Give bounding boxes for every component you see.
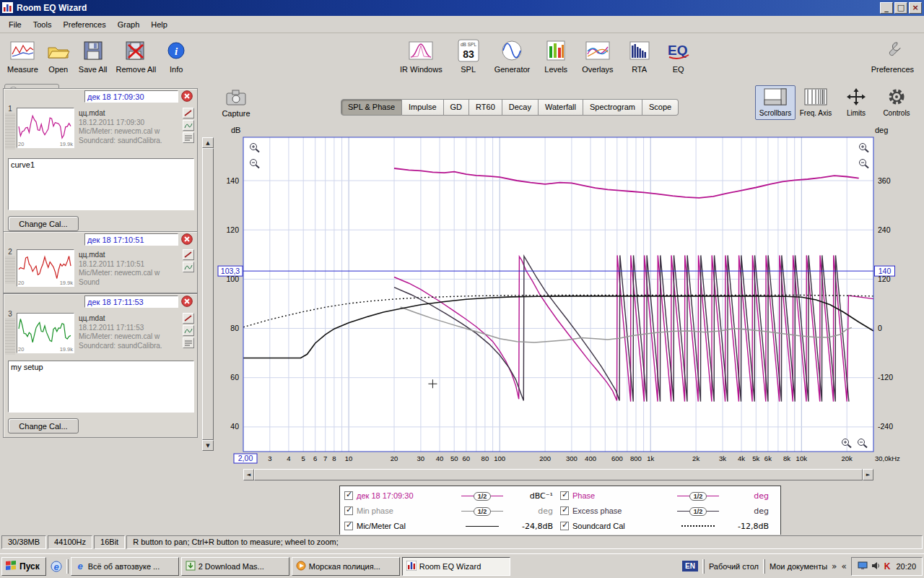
measurement-1-close-button[interactable]	[181, 90, 193, 103]
task-button-2[interactable]: 2 Download Mas...	[181, 557, 289, 576]
trace-curve-icon[interactable]	[183, 325, 194, 336]
save-all-button[interactable]: Save All	[74, 36, 112, 75]
tab-rt60[interactable]: RT60	[469, 99, 502, 116]
horizontal-scroll-thumb[interactable]	[254, 469, 863, 480]
rta-button[interactable]: RTA	[624, 36, 655, 75]
menu-help[interactable]: Help	[145, 18, 173, 31]
minimize-button[interactable]: _	[880, 2, 893, 14]
measurement-card-1[interactable]: 1 20 19.9k цц.mdat 18.12.2011 17:09:30 M…	[3, 88, 198, 236]
smoothing-control-excess-phase[interactable]: 1/2	[676, 506, 720, 515]
measurement-1-change-cal-button[interactable]: Change Cal...	[8, 216, 79, 231]
remove-all-button[interactable]: Remove All	[112, 36, 161, 75]
scrollbars-button[interactable]: Scrollbars	[755, 85, 796, 120]
measurement-1-notes[interactable]: curve1	[8, 158, 194, 210]
legend-checkbox-min-phase[interactable]	[344, 506, 353, 515]
measurement-3-thumbnail[interactable]: 20 19.9k	[17, 313, 74, 353]
task-button-3[interactable]: Морская полиция...	[292, 557, 400, 576]
volume-tray-icon[interactable]	[871, 561, 881, 571]
toolbar-grip[interactable]	[763, 559, 765, 574]
controls-button[interactable]: Controls	[876, 85, 917, 120]
spl-phase-chart[interactable]: 103,31404060801001201403602401200-120-24…	[214, 136, 912, 468]
zoom-in-icon[interactable]	[840, 437, 853, 449]
legend-checkbox-mic-cal[interactable]	[344, 522, 353, 530]
open-button[interactable]: Open	[43, 36, 74, 75]
menu-graph[interactable]: Graph	[112, 18, 146, 31]
smoothing-control-measurement[interactable]: 1/2	[460, 491, 505, 500]
measurement-1-date-field[interactable]	[84, 90, 178, 103]
legend-checkbox-excess-phase[interactable]	[560, 506, 569, 515]
trace-notes-icon[interactable]	[183, 337, 194, 348]
task-button-1[interactable]: e Всё об автозвуке ...	[71, 557, 179, 576]
menu-tools[interactable]: Tools	[27, 18, 58, 31]
generator-button[interactable]: Generator	[490, 36, 535, 75]
measurement-2-date-field[interactable]	[84, 233, 178, 246]
scroll-up-arrow[interactable]	[202, 137, 214, 148]
graph-vertical-scrollbar[interactable]	[202, 137, 214, 451]
tab-waterfall[interactable]: Waterfall	[539, 99, 583, 116]
start-button[interactable]: Пуск	[1, 557, 46, 576]
zoom-in-icon[interactable]	[858, 142, 871, 153]
legend-checkbox-measurement[interactable]	[344, 491, 353, 500]
overlays-button[interactable]: Overlays	[578, 36, 617, 75]
toolbar-grip[interactable]	[702, 559, 705, 574]
tab-scope[interactable]: Scope	[642, 99, 679, 116]
levels-button[interactable]: Levels	[540, 36, 572, 75]
close-button[interactable]: ×	[909, 2, 922, 14]
measure-button[interactable]: Measure	[3, 36, 43, 75]
measurement-2-close-button[interactable]	[181, 233, 193, 246]
measurement-3-notes[interactable]: my setup	[8, 361, 194, 413]
trace-curve-icon[interactable]	[183, 120, 194, 131]
tab-impulse[interactable]: Impulse	[402, 99, 444, 116]
tab-decay[interactable]: Decay	[502, 99, 539, 116]
language-indicator[interactable]: EN	[682, 561, 698, 571]
graph-horizontal-scrollbar[interactable]	[243, 469, 873, 480]
trace-edit-icon[interactable]	[183, 313, 194, 324]
measurement-3-change-cal-button[interactable]: Change Cal...	[8, 418, 79, 434]
ir-windows-button[interactable]: IR Windows	[396, 36, 447, 75]
freq-axis-button[interactable]: Freq. Axis	[796, 85, 836, 120]
quicklaunch-icon[interactable]: e	[48, 558, 64, 575]
limits-button[interactable]: Limits	[836, 85, 876, 120]
scroll-down-arrow[interactable]	[202, 440, 214, 451]
taskbar-clock[interactable]: 20:20	[896, 562, 916, 571]
capture-button[interactable]: Capture	[219, 90, 253, 118]
menu-file[interactable]: File	[3, 18, 27, 31]
display-tray-icon[interactable]	[858, 561, 868, 571]
measurement-1-thumbnail[interactable]: 20 19.9k	[17, 108, 74, 148]
legend-checkbox-phase[interactable]	[560, 491, 569, 500]
zoom-out-icon[interactable]	[858, 158, 871, 169]
legend-checkbox-soundcard-cal[interactable]	[560, 522, 569, 530]
tab-gd[interactable]: GD	[444, 99, 470, 116]
info-button[interactable]: i Info	[160, 36, 192, 75]
eq-button[interactable]: EQ EQ	[661, 36, 696, 75]
smoothing-control-min-phase[interactable]: 1/2	[460, 506, 505, 515]
scroll-right-arrow[interactable]	[863, 469, 873, 480]
trace-notes-icon[interactable]	[183, 132, 194, 143]
trace-edit-icon[interactable]	[183, 108, 194, 118]
zoom-out-icon[interactable]	[248, 158, 261, 169]
trace-curve-icon[interactable]	[183, 262, 194, 272]
chevron-left-icon[interactable]: «	[841, 561, 846, 571]
task-button-rew[interactable]: Room EQ Wizard	[402, 557, 510, 576]
zoom-in-icon[interactable]	[248, 142, 261, 153]
measurement-2-thumbnail[interactable]: 20 19.9k	[17, 249, 74, 287]
desktop-toolbar[interactable]: Рабочий стол	[709, 562, 759, 571]
menu-preferences[interactable]: Preferences	[57, 18, 111, 31]
tab-spectrogram[interactable]: Spectrogram	[583, 99, 642, 116]
spl-meter-button[interactable]: dB SPL83 SPL	[453, 36, 484, 75]
antivirus-tray-icon[interactable]: K	[884, 561, 891, 571]
measurement-3-date-field[interactable]	[84, 296, 178, 308]
preferences-button[interactable]: Preferences	[867, 36, 918, 75]
chevron-right-icon[interactable]: »	[832, 561, 837, 571]
measurement-card-3[interactable]: 3 20 19.9k цц.mdat 18.12.2011 17:11:53 M…	[3, 293, 198, 438]
vertical-scroll-thumb[interactable]	[202, 148, 214, 440]
scroll-left-arrow[interactable]	[243, 469, 254, 480]
measurement-3-close-button[interactable]	[181, 296, 193, 308]
measurement-card-2[interactable]: 2 20 19.9k цц.mdat 18.12.2011 17:10:51 M…	[3, 231, 198, 293]
trace-edit-icon[interactable]	[183, 249, 194, 260]
smoothing-control-phase[interactable]: 1/2	[676, 491, 720, 500]
documents-toolbar[interactable]: Мои документы	[770, 562, 827, 571]
tab-spl-phase[interactable]: SPL & Phase	[341, 99, 402, 116]
zoom-out-icon[interactable]	[856, 437, 869, 449]
maximize-button[interactable]: □	[894, 2, 907, 14]
